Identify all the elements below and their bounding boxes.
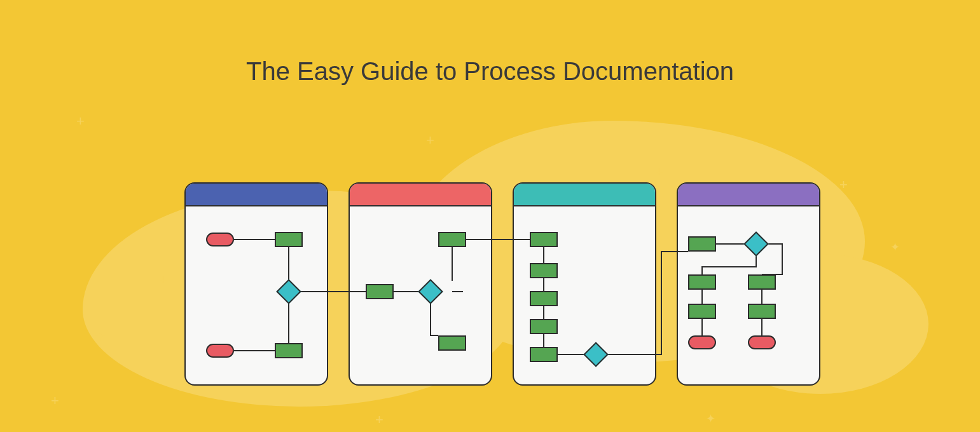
flowchart-process [530,232,558,247]
sparkle-icon: ✦ [560,127,568,137]
panel-header [678,184,819,206]
flowchart-decision [745,233,767,255]
flowchart-decision [585,344,607,365]
sparkle-icon: + [76,114,85,128]
flowchart-decision [420,281,441,302]
sparkle-icon: ✦ [890,241,900,253]
flowchart-terminator [206,233,234,246]
flowchart-process [688,274,716,290]
flowchart-process [748,304,776,319]
flowchart-terminator [206,344,234,358]
sparkle-icon: + [51,394,59,408]
flowchart-process [530,319,558,334]
flowchart-process [688,304,716,319]
panel-header [186,184,327,206]
flowchart-process [748,274,776,290]
flowchart-panel-1 [184,182,328,386]
flowchart-process [275,343,303,358]
page-title: The Easy Guide to Process Documentation [0,57,980,86]
sparkle-icon: + [655,165,663,179]
flowchart-decision [278,281,300,302]
flowchart-process [530,263,558,278]
flowchart-terminator [748,335,776,349]
sparkle-icon: ✦ [706,413,715,424]
sparkle-icon: + [375,413,383,427]
hero-banner: + + ✦ + + ✦ + ✦ + + ✦ The Easy Guide to … [0,0,980,432]
flowchart-process [438,335,466,351]
flowchart-process [438,232,466,247]
sparkle-icon: + [839,178,848,192]
flowchart-process [530,347,558,362]
sparkle-icon: + [426,133,434,147]
flowchart-process [688,236,716,252]
flowchart-process [366,284,394,299]
flowchart-terminator [688,335,716,349]
flowchart-process [530,291,558,306]
panel-header [350,184,491,206]
flowchart-process [275,232,303,247]
panel-header [514,184,655,206]
sparkle-icon: + [159,273,167,287]
sparkle-icon: ✦ [95,330,105,342]
